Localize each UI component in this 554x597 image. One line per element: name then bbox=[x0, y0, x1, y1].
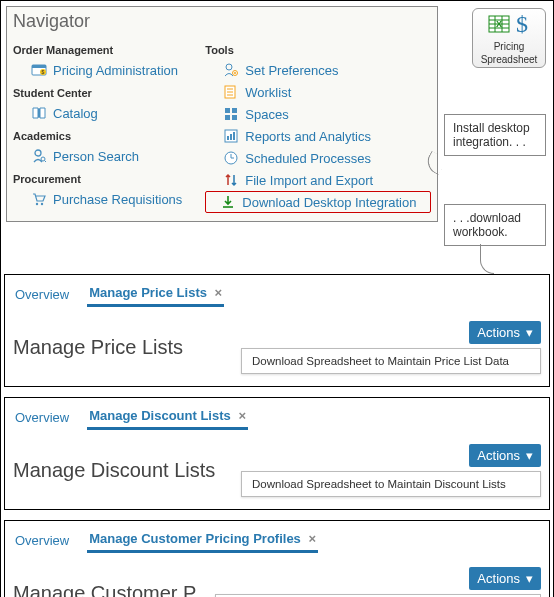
actions-label: Actions bbox=[477, 448, 520, 463]
page-title: Manage Customer P bbox=[13, 582, 196, 597]
link-set-preferences[interactable]: Set Preferences bbox=[205, 59, 431, 81]
link-spaces[interactable]: Spaces bbox=[205, 103, 431, 125]
tab-overview[interactable]: Overview bbox=[13, 529, 71, 552]
pricing-spreadsheet-button[interactable]: X $ Pricing Spreadsheet bbox=[472, 8, 546, 68]
clock-icon bbox=[223, 150, 239, 166]
download-icon bbox=[220, 194, 236, 210]
tab-manage-price-lists[interactable]: Manage Price Lists × bbox=[87, 281, 224, 307]
svg-text:$: $ bbox=[42, 69, 45, 75]
cart-icon bbox=[31, 191, 47, 207]
callout-text: . . .download workbook. bbox=[453, 211, 521, 239]
svg-rect-22 bbox=[230, 134, 232, 140]
catalog-icon bbox=[31, 105, 47, 121]
svg-text:X: X bbox=[496, 19, 502, 29]
link-label: Catalog bbox=[53, 106, 98, 121]
link-label: Download Desktop Integration bbox=[242, 195, 416, 210]
callout-install: Install desktop integration. . . bbox=[444, 114, 546, 156]
callout-text: Install desktop integration. . . bbox=[453, 121, 530, 149]
svg-point-11 bbox=[234, 72, 236, 74]
tab-manage-discount-lists[interactable]: Manage Discount Lists × bbox=[87, 404, 248, 430]
tab-close-icon[interactable]: × bbox=[238, 408, 246, 423]
link-label: Pricing Administration bbox=[53, 63, 178, 78]
page-title: Manage Discount Lists bbox=[13, 459, 215, 482]
person-search-icon bbox=[31, 148, 47, 164]
actions-label: Actions bbox=[477, 571, 520, 586]
svg-point-7 bbox=[36, 203, 38, 205]
actions-button[interactable]: Actions ▾ bbox=[469, 567, 541, 590]
svg-point-8 bbox=[41, 203, 43, 205]
svg-rect-23 bbox=[233, 132, 235, 140]
actions-button[interactable]: Actions ▾ bbox=[469, 444, 541, 467]
page-title: Manage Price Lists bbox=[13, 336, 183, 359]
svg-rect-1 bbox=[32, 65, 46, 68]
panel-discount-lists: Overview Manage Discount Lists × Manage … bbox=[4, 397, 550, 510]
link-label: Spaces bbox=[245, 107, 288, 122]
reports-icon bbox=[223, 128, 239, 144]
link-purchase-req[interactable]: Purchase Requisitions bbox=[13, 188, 205, 210]
svg-rect-18 bbox=[225, 115, 230, 120]
svg-point-4 bbox=[35, 150, 41, 156]
callout-download: . . .download workbook. bbox=[444, 204, 546, 246]
panel-price-lists: Overview Manage Price Lists × Manage Pri… bbox=[4, 274, 550, 387]
dollar-icon: $ bbox=[514, 11, 530, 39]
import-export-icon bbox=[223, 172, 239, 188]
link-pricing-admin[interactable]: $ Pricing Administration bbox=[13, 59, 205, 81]
person-gear-icon bbox=[223, 62, 239, 78]
tab-label: Manage Customer Pricing Profiles bbox=[89, 531, 301, 546]
actions-label: Actions bbox=[477, 325, 520, 340]
section-order-mgmt: Order Management bbox=[13, 44, 205, 56]
navigator-title: Navigator bbox=[13, 11, 431, 32]
svg-point-5 bbox=[41, 157, 45, 161]
btn-label-1: Pricing bbox=[494, 41, 525, 52]
svg-text:$: $ bbox=[516, 11, 528, 37]
link-file-import-export[interactable]: File Import and Export bbox=[205, 169, 431, 191]
link-label: Worklist bbox=[245, 85, 291, 100]
link-catalog[interactable]: Catalog bbox=[13, 102, 205, 124]
link-person-search[interactable]: Person Search bbox=[13, 145, 205, 167]
chevron-down-icon: ▾ bbox=[526, 448, 533, 463]
link-reports[interactable]: Reports and Analytics bbox=[205, 125, 431, 147]
chevron-down-icon: ▾ bbox=[526, 325, 533, 340]
section-student: Student Center bbox=[13, 87, 205, 99]
svg-rect-17 bbox=[232, 108, 237, 113]
excel-icon: X bbox=[488, 13, 510, 37]
link-worklist[interactable]: Worklist bbox=[205, 81, 431, 103]
section-procurement: Procurement bbox=[13, 173, 205, 185]
link-label: Purchase Requisitions bbox=[53, 192, 182, 207]
link-scheduled[interactable]: Scheduled Processes bbox=[205, 147, 431, 169]
dropdown-download-pricelist[interactable]: Download Spreadsheet to Maintain Price L… bbox=[241, 348, 541, 374]
tab-label: Manage Price Lists bbox=[89, 285, 207, 300]
tab-close-icon[interactable]: × bbox=[215, 285, 223, 300]
svg-line-6 bbox=[45, 161, 47, 163]
pricing-admin-icon: $ bbox=[31, 62, 47, 78]
svg-rect-19 bbox=[232, 115, 237, 120]
section-academics: Academics bbox=[13, 130, 205, 142]
tab-label: Manage Discount Lists bbox=[89, 408, 231, 423]
tab-overview[interactable]: Overview bbox=[13, 283, 71, 306]
svg-rect-21 bbox=[227, 136, 229, 140]
link-label: Scheduled Processes bbox=[245, 151, 371, 166]
tab-close-icon[interactable]: × bbox=[308, 531, 316, 546]
callout-download-tail bbox=[480, 244, 494, 274]
worklist-icon bbox=[223, 84, 239, 100]
link-label: Set Preferences bbox=[245, 63, 338, 78]
spaces-icon bbox=[223, 106, 239, 122]
actions-button[interactable]: Actions ▾ bbox=[469, 321, 541, 344]
navigator-panel: Navigator Order Management $ Pricing Adm… bbox=[6, 6, 438, 222]
link-label: Reports and Analytics bbox=[245, 129, 371, 144]
dropdown-download-discount[interactable]: Download Spreadsheet to Maintain Discoun… bbox=[241, 471, 541, 497]
btn-label-2: Spreadsheet bbox=[481, 54, 538, 65]
link-download-desktop-integration[interactable]: Download Desktop Integration bbox=[205, 191, 431, 213]
chevron-down-icon: ▾ bbox=[526, 571, 533, 586]
tab-overview[interactable]: Overview bbox=[13, 406, 71, 429]
svg-point-9 bbox=[226, 64, 232, 70]
svg-rect-16 bbox=[225, 108, 230, 113]
link-label: File Import and Export bbox=[245, 173, 373, 188]
link-label: Person Search bbox=[53, 149, 139, 164]
panel-customer-pricing-profiles: Overview Manage Customer Pricing Profile… bbox=[4, 520, 550, 597]
tab-manage-customer-pricing-profiles[interactable]: Manage Customer Pricing Profiles × bbox=[87, 527, 318, 553]
section-tools: Tools bbox=[205, 44, 431, 56]
